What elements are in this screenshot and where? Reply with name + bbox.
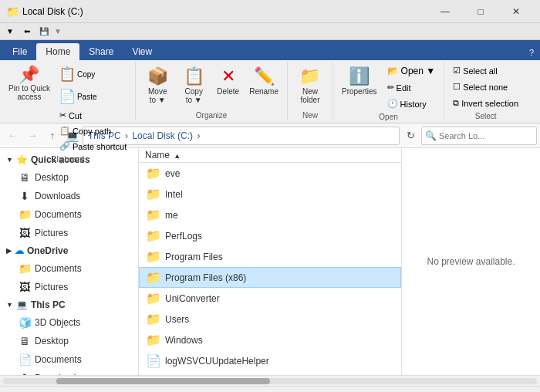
- properties-button[interactable]: ℹ️ Properties: [338, 63, 381, 98]
- documents-qa-icon: 📁: [18, 208, 32, 221]
- folder-icon: 📁: [146, 249, 161, 264]
- move-to-icon: 📦: [147, 66, 168, 86]
- title-bar: 📁 Local Disk (C:) — □ ✕: [0, 0, 540, 23]
- open-side: 📂 Open ▼ ✏ Edit 🕐 History: [383, 63, 440, 111]
- name-column-header[interactable]: Name ▲: [145, 150, 181, 161]
- file-item-logwsvcuupdatehelper[interactable]: 📄 logWSVCUUpdateHelper: [139, 350, 401, 371]
- sidebar-documents-qa-label: Documents: [35, 209, 82, 220]
- sidebar-downloads-label: Downloads: [35, 191, 80, 201]
- file-name: PerfLogs: [165, 231, 202, 242]
- scroll-thumb[interactable]: [56, 378, 270, 384]
- file-item-uniconverter[interactable]: 📁 UniConverter: [139, 288, 401, 309]
- select-none-button[interactable]: ☐ Select none: [449, 79, 522, 94]
- file-item-program-files[interactable]: 📁 Program Files: [139, 246, 401, 267]
- qa-dropdown-button[interactable]: ▼: [3, 25, 17, 39]
- pin-icon: 📌: [19, 66, 39, 83]
- sidebar-item-documents-qa[interactable]: 📁 Documents: [0, 205, 138, 224]
- maximize-button[interactable]: □: [463, 0, 498, 23]
- new-folder-button[interactable]: 📁 Newfolder: [292, 63, 328, 106]
- pin-to-quick-access-button[interactable]: 📌 Pin to Quickaccess: [5, 63, 54, 103]
- sidebar-item-pictures-od[interactable]: 🖼 Pictures: [0, 278, 138, 296]
- qa-save-button[interactable]: 💾: [37, 25, 51, 39]
- file-item-eve[interactable]: 📁 eve: [139, 163, 401, 184]
- file-item-perflogs[interactable]: 📁 PerfLogs: [139, 225, 401, 246]
- scroll-track[interactable]: [3, 378, 537, 384]
- open-label: Open: [338, 111, 439, 121]
- details-view-button[interactable]: ≡: [500, 388, 515, 393]
- file-name: Intel: [165, 189, 183, 200]
- file-item-windows[interactable]: 📁 Windows: [139, 329, 401, 350]
- status-bar-right: 1 item selected ≡ ⊞: [440, 388, 534, 393]
- history-button[interactable]: 🕐 History: [383, 96, 440, 111]
- chevron-down-2-icon: ▼: [6, 301, 13, 309]
- copy-to-button[interactable]: 📋 Copyto ▼: [177, 63, 211, 106]
- file-name: Program Files: [165, 252, 223, 262]
- sidebar-desktop-pc-label: Desktop: [35, 336, 69, 346]
- delete-icon: ✕: [221, 66, 235, 86]
- sidebar-onedrive-header[interactable]: ▶ ☁ OneDrive: [0, 242, 138, 259]
- rename-icon: ✏️: [254, 66, 275, 86]
- select-all-icon: ☑: [453, 66, 461, 76]
- refresh-button[interactable]: ↻: [401, 127, 420, 145]
- file-item-users[interactable]: 📁 Users: [139, 309, 401, 329]
- 3dobjects-icon: 🧊: [18, 316, 32, 329]
- minimize-button[interactable]: —: [427, 0, 463, 23]
- search-box[interactable]: 🔍: [421, 127, 537, 145]
- sidebar-item-documents-pc[interactable]: 📄 Documents: [0, 350, 138, 369]
- tab-home[interactable]: Home: [36, 43, 79, 60]
- large-icons-view-button[interactable]: ⊞: [518, 388, 534, 393]
- file-item-me[interactable]: 📁 me: [139, 204, 401, 225]
- file-list-header: Name ▲: [139, 148, 401, 163]
- copy-button[interactable]: 📋 Copy: [56, 63, 98, 85]
- rename-button[interactable]: ✏️ Rename: [245, 63, 282, 98]
- status-bar: 10 items 1 item selected ≡ ⊞: [0, 386, 540, 392]
- open-button[interactable]: 📂 Open ▼: [383, 63, 440, 79]
- file-item-intel[interactable]: 📁 Intel: [139, 184, 401, 204]
- cut-button[interactable]: ✂ Cut: [56, 108, 86, 123]
- paste-shortcut-button[interactable]: 🔗 Paste shortcut: [56, 139, 130, 154]
- pictures-qa-icon: 🖼: [18, 227, 32, 239]
- delete-button[interactable]: ✕ Delete: [213, 63, 243, 98]
- sidebar-item-downloads-pc[interactable]: ⬇ Downloads: [0, 369, 138, 375]
- tab-share[interactable]: Share: [79, 43, 123, 60]
- file-name: Users: [165, 314, 189, 325]
- file-icon: 📄: [146, 353, 161, 368]
- select-all-button[interactable]: ☑ Select all: [449, 63, 522, 78]
- sidebar-item-pictures-qa[interactable]: 🖼 Pictures: [0, 224, 138, 242]
- invert-selection-button[interactable]: ⧉ Invert selection: [449, 96, 522, 110]
- copy-path-label: Copy path: [73, 127, 111, 136]
- tab-file[interactable]: File: [3, 43, 36, 60]
- file-item-program-files-x86[interactable]: 📁 Program Files (x86): [139, 267, 401, 288]
- this-pc-icon: 💻: [16, 299, 28, 310]
- onedrive-icon: ☁: [15, 245, 24, 256]
- edit-button[interactable]: ✏ Edit: [383, 80, 440, 95]
- organize-label: Organize: [140, 110, 282, 120]
- search-input[interactable]: [439, 131, 540, 140]
- open-label: Open ▼: [401, 66, 436, 76]
- paste-button[interactable]: 📄 Paste: [56, 86, 100, 107]
- title-bar-left: 📁 Local Disk (C:): [6, 5, 83, 18]
- sidebar-item-desktop[interactable]: 🖥 Desktop: [0, 168, 138, 187]
- new-folder-icon: 📁: [299, 66, 320, 86]
- sidebar-item-desktop-pc[interactable]: 🖥 Desktop: [0, 332, 138, 350]
- copy-icon: 📋: [59, 66, 76, 83]
- sidebar-this-pc-header[interactable]: ▼ 💻 This PC: [0, 296, 138, 313]
- breadcrumb-local-disk[interactable]: Local Disk (C:): [132, 130, 193, 141]
- ribbon-help-button[interactable]: ?: [523, 45, 540, 60]
- horizontal-scrollbar[interactable]: [0, 375, 540, 386]
- sidebar-item-3dobjects[interactable]: 🧊 3D Objects: [0, 313, 138, 332]
- sidebar-item-documents-od[interactable]: 📁 Documents: [0, 259, 138, 278]
- file-name: UniConverter: [165, 293, 220, 304]
- copy-path-button[interactable]: 📋 Copy path: [56, 123, 115, 138]
- chevron-right-icon: ▶: [6, 247, 12, 255]
- move-to-button[interactable]: 📦 Moveto ▼: [140, 63, 174, 106]
- qa-back-button[interactable]: ⬅: [20, 25, 34, 39]
- invert-selection-label: Invert selection: [461, 99, 518, 108]
- organize-content: 📦 Moveto ▼ 📋 Copyto ▼ ✕ Delete ✏️ Rename: [140, 63, 282, 110]
- sidebar-item-downloads[interactable]: ⬇ Downloads: [0, 187, 138, 205]
- close-button[interactable]: ✕: [498, 0, 534, 23]
- sidebar-downloads-pc-label: Downloads: [35, 373, 80, 375]
- title-bar-controls: — □ ✕: [427, 0, 534, 23]
- sidebar-documents-od-label: Documents: [35, 263, 82, 274]
- tab-view[interactable]: View: [123, 43, 161, 60]
